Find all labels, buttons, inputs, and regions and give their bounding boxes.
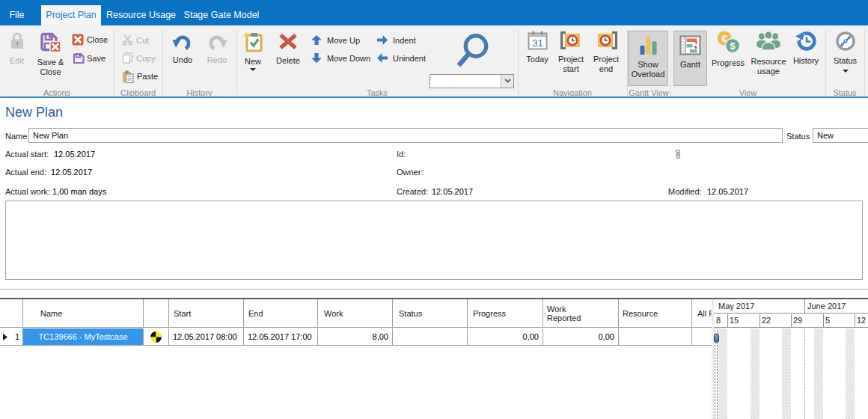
copy-button[interactable]: Copy [122,52,159,64]
column-header-status[interactable]: Status [393,299,468,328]
gantt-weekend-band [814,328,823,419]
combobox-dropdown-button[interactable] [501,75,513,88]
cell-work[interactable]: 8,00 [318,328,393,346]
cell-work-reported[interactable]: 0,00 [543,328,619,346]
tab-file[interactable]: File [0,5,34,25]
gantt-week-separator [760,314,760,328]
move-up-button[interactable]: Move Up [311,34,365,46]
column-header-start-label: Start [174,309,191,318]
gantt-month-may: May 2017 [718,302,754,311]
id-label: Id: [397,150,406,159]
cell-end[interactable]: 12.05.2017 17:00 [244,328,318,346]
column-header-start[interactable]: Start [169,299,244,328]
edit-button[interactable]: Edit [1,31,32,66]
column-header-status-label: Status [399,309,422,318]
cut-button[interactable]: Cut [122,34,159,46]
cell-name-selected[interactable]: TC139666 - MyTestcase [23,328,144,346]
scissors-icon [122,34,133,49]
project-start-button-label: Project start [554,55,587,73]
search-combobox[interactable] [430,74,514,88]
unindent-button[interactable]: Unindent [377,52,430,64]
save-button-label: Save [87,52,106,64]
name-input[interactable]: New Plan [28,128,783,143]
redo-button[interactable]: Redo [204,33,230,65]
gantt-button-label: Gantt [674,60,706,70]
new-button[interactable]: New [237,31,269,71]
status-label: Status [786,132,810,141]
save-and-close-button[interactable]: Save & Close [34,31,67,76]
undo-button-label: Undo [169,55,196,65]
cell-start[interactable]: 12.05.2017 08:00 [169,328,244,346]
cell-progress[interactable]: 0,00 [468,328,543,346]
column-header-work-reported-label: Work Reported [547,305,588,322]
copy-icon [122,52,133,67]
tab-stage-gate-model[interactable]: Stage Gate Model [181,5,262,25]
column-header-end[interactable]: End [244,299,318,328]
tab-resource-usage-label: Resource Usage [106,10,176,20]
arrow-down-icon [311,52,322,66]
project-end-button[interactable]: Project end [590,31,623,73]
gantt-week-separator [791,314,792,328]
project-end-button-label: Project end [590,55,623,73]
move-down-button[interactable]: Move Down [311,52,377,64]
status-button[interactable]: Status [828,31,862,73]
delete-button[interactable]: Delete [271,31,305,66]
save-button[interactable]: Save [73,52,113,64]
group-separator [518,30,519,96]
group-separator [670,30,671,96]
gantt-week-label: 8 [716,316,721,325]
gantt-button[interactable]: Gantt [673,31,707,86]
gantt-month-june: June 2017 [807,302,846,311]
cell-type[interactable] [144,328,169,346]
gantt-task-bar[interactable] [714,334,719,343]
cell-work-reported-value: 0,00 [599,332,614,341]
row-number: 1 [15,328,19,345]
paste-button[interactable]: Paste [122,70,159,82]
description-textarea[interactable] [5,201,863,280]
gantt-weekend-band [751,328,760,419]
column-header-resource[interactable]: Resource [619,299,692,328]
attachment-paperclip-icon[interactable] [673,149,682,163]
cell-resource[interactable] [619,328,692,346]
column-header-progress[interactable]: Progress [468,299,543,328]
history-button[interactable]: History [789,31,822,66]
gantt-week-label: 15 [730,316,739,325]
group-label-status: Status [825,88,864,97]
project-start-button[interactable]: Project start [554,31,587,73]
progress-button[interactable]: € $ Progress [709,31,747,68]
gantt-week-label: 29 [793,316,802,325]
undo-button[interactable]: Undo [169,33,196,65]
tab-resource-usage[interactable]: Resource Usage [103,5,179,25]
row-header-column [0,299,23,328]
column-header-all-resources-label: All Resources [697,309,712,318]
resource-usage-button[interactable]: Resource usage [750,31,787,76]
column-header-type[interactable] [144,299,169,328]
today-button[interactable]: 31 Today [521,31,554,64]
gantt-week-label: 22 [762,316,771,325]
actual-work-value: 1,00 man days [52,187,106,196]
cell-all-resources[interactable] [692,328,712,346]
status-input[interactable]: New [813,128,868,143]
save-icon [73,52,85,67]
column-header-work[interactable]: Work [318,299,393,328]
row-header-cell[interactable]: 1 [0,328,23,346]
show-overload-button-label: Show Overload [629,60,667,79]
tab-project-plan[interactable]: Project Plan [41,5,101,25]
project-end-icon [590,31,623,53]
splitter-line[interactable] [0,289,868,290]
cell-work-value: 8,00 [373,332,388,341]
column-header-name-label: Name [40,309,62,318]
chevron-down-icon [504,79,511,83]
column-header-all-resources[interactable]: All Resources [692,299,712,328]
close-button[interactable]: Close [72,34,112,46]
search-icon[interactable] [455,32,491,72]
group-label-gantt-view: Gantt View [627,88,670,97]
new-button-label: New [237,57,269,67]
column-header-resource-label: Resource [623,309,658,318]
show-overload-button[interactable]: Show Overload [628,31,668,86]
indent-button[interactable]: Indent [377,34,421,46]
cell-status[interactable] [393,328,468,346]
column-header-name[interactable]: Name [23,299,144,328]
column-header-work-reported[interactable]: Work Reported [543,299,619,328]
modified-label: Modified: [668,187,702,196]
